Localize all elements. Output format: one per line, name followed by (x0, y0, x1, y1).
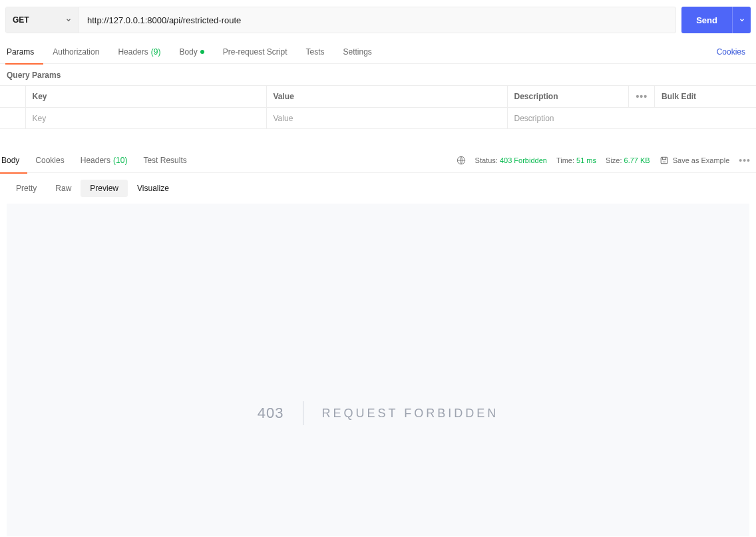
bulk-edit-button[interactable]: Bulk Edit (655, 86, 756, 108)
svg-rect-1 (661, 157, 667, 164)
param-value-cell[interactable]: Value (266, 108, 507, 129)
send-button[interactable]: Send (681, 7, 732, 33)
view-visualize[interactable]: Visualize (128, 180, 178, 197)
col-drag-header (0, 86, 25, 108)
headers-count-badge: (9) (151, 47, 161, 57)
tab-label: Params (7, 47, 34, 57)
resp-tab-headers[interactable]: Headers (10) (73, 148, 136, 173)
time-value: 51 ms (576, 156, 596, 164)
tab-body[interactable]: Body (170, 40, 213, 64)
drag-handle (0, 108, 25, 129)
response-preview-pane: 403 REQUEST FORBIDDEN (7, 204, 749, 536)
size-meta[interactable]: Size: 6.77 KB (606, 156, 650, 164)
status-value: 403 Forbidden (500, 156, 547, 164)
param-row-empty[interactable]: Key Value Description (0, 108, 756, 129)
resp-tab-cookies[interactable]: Cookies (27, 148, 72, 173)
col-key-header: Key (25, 86, 266, 108)
response-tabs: Body Cookies Headers (10) Test Results S… (0, 148, 756, 173)
tab-params[interactable]: Params (5, 40, 43, 64)
body-view-tabs: Pretty Raw Preview Visualize (0, 173, 756, 204)
tab-label: Headers (118, 47, 148, 57)
more-options-icon[interactable]: ••• (739, 155, 751, 166)
time-label: Time: (556, 156, 574, 164)
tab-authorization[interactable]: Authorization (43, 40, 108, 64)
error-code: 403 (258, 405, 284, 422)
tab-settings[interactable]: Settings (334, 40, 381, 64)
tab-label: Authorization (53, 47, 99, 57)
request-bar: GET Send (0, 0, 756, 40)
view-raw[interactable]: Raw (46, 180, 81, 197)
headers-count-badge: (10) (113, 156, 127, 165)
tab-label: Headers (81, 156, 110, 165)
view-pretty[interactable]: Pretty (7, 180, 46, 197)
size-value: 6.77 KB (624, 156, 650, 164)
param-key-cell[interactable]: Key (25, 108, 266, 129)
request-url-input[interactable] (79, 7, 675, 33)
request-tabs: Params Authorization Headers (9) Body Pr… (0, 40, 756, 64)
tab-label: Pre-request Script (223, 47, 287, 57)
forbidden-error-block: 403 REQUEST FORBIDDEN (258, 401, 498, 425)
tab-label: Cookies (35, 156, 64, 165)
globe-icon[interactable] (457, 156, 466, 165)
error-separator (303, 401, 303, 425)
cookies-link[interactable]: Cookies (717, 47, 751, 57)
send-button-group: Send (681, 7, 751, 33)
col-description-header: Description (507, 86, 629, 108)
chevron-down-icon (65, 17, 72, 23)
query-params-table: Key Value Description ••• Bulk Edit Key … (0, 85, 756, 129)
tab-label: Body (1, 156, 19, 165)
tab-label: Settings (343, 47, 372, 57)
save-icon (660, 156, 669, 165)
http-method-label: GET (13, 15, 29, 25)
send-options-button[interactable] (732, 7, 751, 33)
time-meta[interactable]: Time: 51 ms (556, 156, 596, 164)
query-params-title: Query Params (0, 64, 756, 85)
tab-tests[interactable]: Tests (296, 40, 333, 64)
tab-label: Body (179, 47, 197, 57)
response-meta: Status: 403 Forbidden Time: 51 ms Size: … (457, 155, 751, 166)
col-value-header: Value (266, 86, 507, 108)
tab-pre-request-script[interactable]: Pre-request Script (214, 40, 297, 64)
size-label: Size: (606, 156, 622, 164)
resp-tab-body[interactable]: Body (0, 148, 27, 173)
save-as-example-button[interactable]: Save as Example (660, 156, 730, 165)
col-actions-header[interactable]: ••• (629, 86, 655, 108)
resp-tab-test-results[interactable]: Test Results (135, 148, 194, 173)
save-example-label: Save as Example (673, 156, 730, 164)
status-meta[interactable]: Status: 403 Forbidden (475, 156, 547, 164)
tab-label: Tests (305, 47, 324, 57)
columns-options-icon: ••• (636, 91, 648, 102)
error-text: REQUEST FORBIDDEN (322, 407, 499, 421)
view-preview[interactable]: Preview (81, 180, 128, 197)
param-description-cell[interactable]: Description (507, 108, 756, 129)
tab-label: Test Results (143, 156, 186, 165)
tab-headers[interactable]: Headers (9) (108, 40, 170, 64)
chevron-down-icon (739, 17, 745, 23)
body-indicator-icon (200, 50, 204, 54)
http-method-select[interactable]: GET (6, 7, 79, 33)
status-label: Status: (475, 156, 498, 164)
method-url-group: GET (5, 7, 676, 33)
